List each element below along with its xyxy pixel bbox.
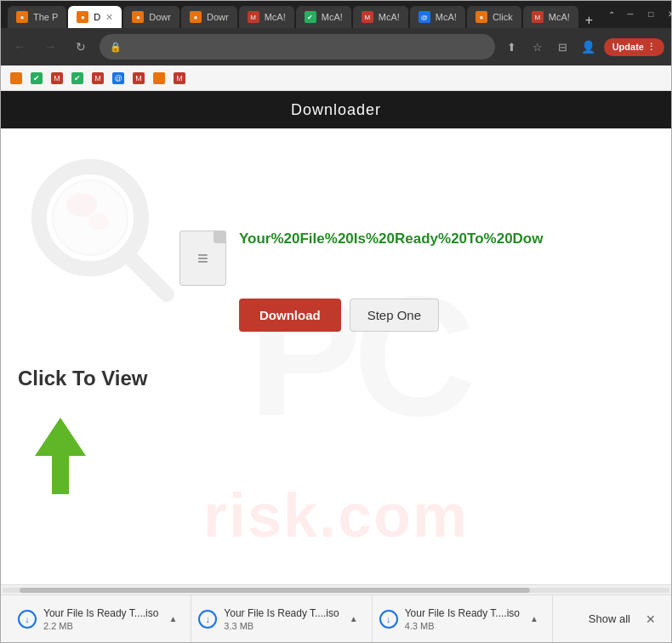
- url-bar[interactable]: 🔒: [100, 34, 495, 60]
- browser-window: ● The P ● D ✕ ● Dowr ● Dowr M McA! ✔: [0, 0, 672, 643]
- refresh-button[interactable]: ↻: [69, 35, 93, 59]
- forward-button[interactable]: →: [38, 35, 62, 59]
- address-bar: ← → ↻ 🔒 ⬆ ☆ ⊟ 👤 Update ⋮: [1, 28, 671, 65]
- toolbar-favicon-9[interactable]: M: [171, 70, 188, 87]
- risk-watermark: risk.com: [203, 481, 469, 550]
- download-item-2: ↓ Your File Is Ready T....iso 3.3 MB ▲: [191, 595, 372, 642]
- download-favicon-1: ↓: [18, 610, 37, 629]
- svg-marker-5: [35, 418, 86, 494]
- download-chevron-1[interactable]: ▲: [168, 614, 177, 623]
- ready-text: Your%20File%20Is%20Ready%20To%20Dow: [239, 230, 543, 248]
- tab-favicon-10: M: [532, 11, 544, 23]
- toolbar-favicon-1[interactable]: [8, 70, 25, 87]
- toolbar-favicon-6[interactable]: @: [110, 70, 127, 87]
- file-icon: ≡: [179, 230, 226, 286]
- tab-list: ● The P ● D ✕ ● Dowr ● Dowr M McA! ✔: [8, 1, 598, 28]
- profile-button[interactable]: 👤: [578, 37, 599, 57]
- action-buttons: Download Step One: [239, 299, 439, 332]
- download-size-3: 4.3 MB: [405, 621, 520, 631]
- step-one-button[interactable]: Step One: [350, 299, 439, 332]
- page-body: PC ≡ Your%20File%20Is%20Ready%20To%20Dow…: [1, 128, 671, 584]
- tab-2[interactable]: ● D ✕: [68, 6, 122, 28]
- tab-favicon-2: ●: [77, 11, 88, 23]
- tab-close-2[interactable]: ✕: [105, 12, 113, 23]
- window-controls: ⌃ ─ □ ✕: [608, 9, 672, 20]
- scrollbar-thumb[interactable]: [20, 588, 530, 593]
- tab-8[interactable]: @ McA!: [410, 6, 465, 28]
- page-header: Downloader: [1, 91, 671, 128]
- tab-3[interactable]: ● Dowr: [123, 6, 179, 28]
- chevron-up-icon[interactable]: ⌃: [608, 10, 615, 20]
- lock-icon: 🔒: [110, 42, 122, 53]
- tab-favicon-1: ●: [16, 11, 28, 23]
- title-bar: ● The P ● D ✕ ● Dowr ● Dowr M McA! ✔: [1, 1, 671, 28]
- close-button[interactable]: ✕: [666, 9, 672, 20]
- tab-label-1: The P: [33, 12, 58, 22]
- new-tab-button[interactable]: +: [580, 13, 598, 28]
- tab-label-8: McA!: [436, 12, 457, 22]
- download-favicon-3: ↓: [379, 610, 398, 629]
- maximize-button[interactable]: □: [646, 9, 656, 20]
- horizontal-scrollbar[interactable]: [1, 584, 671, 595]
- update-button[interactable]: Update ⋮: [604, 38, 664, 56]
- svg-point-2: [66, 193, 97, 217]
- tab-label-2: D: [94, 12, 100, 22]
- download-bar: ↓ Your File Is Ready T....iso 2.2 MB ▲ ↓…: [1, 595, 671, 642]
- download-filename-3: Your File Is Ready T....iso: [405, 607, 520, 619]
- svg-line-4: [130, 258, 167, 294]
- tab-9[interactable]: ● Click: [467, 6, 521, 28]
- tab-favicon-9: ●: [476, 11, 487, 23]
- download-size-2: 3.3 MB: [224, 621, 339, 631]
- download-chevron-3[interactable]: ▲: [530, 614, 538, 623]
- download-chevron-2[interactable]: ▲: [350, 614, 358, 623]
- download-favicon-2: ↓: [198, 610, 217, 629]
- download-bar-close-button[interactable]: ✕: [641, 609, 661, 629]
- download-item-1: ↓ Your File Is Ready T....iso 2.2 MB ▲: [11, 595, 191, 642]
- favorites-toolbar: ✔ M ✔ M @ M M: [1, 65, 671, 91]
- page-header-title: Downloader: [291, 101, 381, 119]
- tab-favicon-6: ✔: [305, 11, 316, 23]
- tab-favicon-8: @: [419, 11, 430, 23]
- share-icon[interactable]: ⬆: [502, 37, 522, 57]
- tab-10[interactable]: M McA!: [523, 6, 578, 28]
- tab-4[interactable]: ● Dowr: [181, 6, 237, 28]
- download-button[interactable]: Download: [239, 299, 341, 332]
- toolbar-favicon-5[interactable]: M: [89, 70, 106, 87]
- tab-label-3: Dowr: [149, 12, 171, 22]
- download-filename-2: Your File Is Ready T....iso: [224, 607, 339, 619]
- tab-favicon-4: ●: [190, 11, 202, 23]
- toolbar-favicon-3[interactable]: M: [48, 70, 65, 87]
- download-filename-1: Your File Is Ready T....iso: [43, 607, 158, 619]
- tab-7[interactable]: M McA!: [353, 6, 408, 28]
- download-info-2: Your File Is Ready T....iso 3.3 MB: [224, 607, 339, 631]
- scrollbar-track: [3, 588, 669, 593]
- tab-favicon-3: ●: [132, 11, 144, 23]
- toolbar-favicon-2[interactable]: ✔: [28, 70, 45, 87]
- toolbar-favicon-7[interactable]: M: [130, 70, 147, 87]
- collections-icon[interactable]: ⊟: [553, 37, 573, 57]
- magnifier-decoration: [26, 154, 196, 324]
- toolbar-favicon-4[interactable]: ✔: [69, 70, 86, 87]
- back-button[interactable]: ←: [8, 35, 31, 59]
- tab-5[interactable]: M McA!: [239, 6, 294, 28]
- tab-label-9: Click: [493, 12, 513, 22]
- toolbar-favicon-8[interactable]: [151, 70, 168, 87]
- pc-watermark: PC: [248, 259, 468, 454]
- minimize-button[interactable]: ─: [625, 9, 635, 20]
- tab-label-5: McA!: [265, 12, 286, 22]
- tab-favicon-7: M: [362, 11, 373, 23]
- tab-label-4: Dowr: [207, 12, 229, 22]
- download-info-1: Your File Is Ready T....iso 2.2 MB: [43, 607, 158, 631]
- tab-6[interactable]: ✔ McA!: [296, 6, 351, 28]
- tab-label-10: McA!: [549, 12, 570, 22]
- arrow-decoration: [26, 409, 94, 506]
- tab-favicon-5: M: [248, 11, 259, 23]
- download-item-3: ↓ Your File Is Ready T....iso 4.3 MB ▲: [373, 595, 553, 642]
- address-actions: ⬆ ☆ ⊟ 👤 Update ⋮: [502, 37, 664, 57]
- click-to-view-text: Click To View: [18, 367, 148, 390]
- svg-point-3: [88, 213, 109, 230]
- show-all-button[interactable]: Show all: [582, 609, 637, 629]
- favorites-icon[interactable]: ☆: [527, 37, 548, 57]
- download-info-3: Your File Is Ready T....iso 4.3 MB: [405, 607, 520, 631]
- tab-1[interactable]: ● The P: [8, 6, 66, 28]
